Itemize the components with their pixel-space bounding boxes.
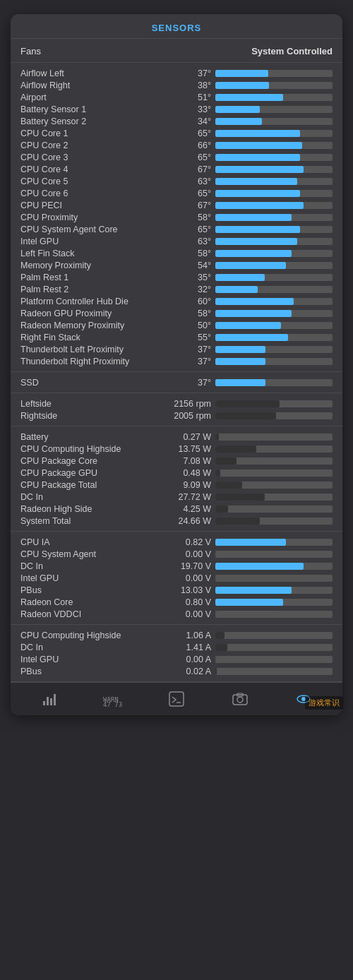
sensor-value: 4.25 W [162, 504, 211, 514]
sensor-bar-container [215, 668, 333, 675]
sensor-name: CPU Core 2 [20, 141, 162, 150]
sensor-bar-container [215, 379, 333, 386]
sensor-row: Airflow Right38° [20, 79, 333, 91]
sensor-bar-fill [215, 482, 242, 489]
sensor-value: 50° [162, 321, 211, 330]
current-section: CPU Computing Highside1.06 ADC In1.41 AI… [11, 625, 342, 682]
sensor-bar-fill [215, 632, 225, 639]
sensor-bar-fill [215, 190, 300, 197]
sensor-value: 37° [162, 68, 211, 78]
sensor-bar-container [215, 262, 333, 269]
sensor-row: SSD37° [20, 376, 333, 388]
sensor-value: 2005 rpm [162, 411, 211, 421]
sensor-bar-container [215, 458, 333, 465]
svg-text:47 73k: 47 73k [103, 701, 123, 707]
sensor-bar-container [215, 346, 333, 353]
sensor-bar-fill [215, 250, 292, 257]
sensor-bar-fill [215, 518, 260, 525]
sensor-name: CPU Package Total [20, 480, 162, 490]
svg-rect-6 [169, 692, 184, 706]
sensor-value: 1.41 A [162, 643, 211, 652]
sensor-bar-fill [215, 94, 283, 101]
sensor-name: SSD [20, 378, 162, 388]
sensor-row: CPU System Agent Core65° [20, 223, 333, 235]
sensor-bar-fill [215, 470, 220, 477]
sensor-value: 37° [162, 345, 211, 354]
sensor-value: 13.75 W [162, 444, 211, 454]
sensor-bar-fill [215, 506, 228, 513]
sensor-value: 0.00 V [162, 549, 211, 559]
sensor-row: CPU Package Total9.09 W [20, 479, 333, 491]
sensor-value: 54° [162, 261, 211, 270]
graph-icon[interactable] [34, 687, 65, 711]
sensor-name: CPU Core 3 [20, 153, 162, 162]
sensor-name: Thunderbolt Right Proximity [20, 357, 162, 366]
toolbar: WARN47 73k [11, 682, 342, 715]
svg-point-9 [237, 697, 243, 703]
sensor-name: Airflow Left [20, 68, 162, 78]
sensor-bar-fill [215, 434, 219, 441]
sensor-bar-container [215, 226, 333, 233]
sensor-row: DC In27.72 W [20, 491, 333, 503]
sensor-value: 65° [162, 189, 211, 198]
sensor-name: CPU PECI [20, 201, 162, 210]
sensor-row: CPU Package Core7.08 W [20, 455, 333, 467]
power-section: Battery0.27 WCPU Computing Highside13.75… [11, 426, 342, 532]
sensor-name: Palm Rest 2 [20, 285, 162, 294]
sensor-bar-container [215, 166, 333, 173]
sensor-name: CPU System Agent Core [20, 225, 162, 234]
sensor-bar-fill [215, 400, 280, 407]
sensor-row: Memory Proximity54° [20, 259, 333, 271]
sensor-bar-container [215, 286, 333, 293]
sensor-bar-fill [215, 214, 292, 221]
sensor-bar-container [215, 551, 333, 558]
sensor-bar-fill [215, 563, 304, 570]
sensor-name: Intel GPU [20, 237, 162, 246]
sensor-bar-container [215, 214, 333, 221]
sensor-bar-container [215, 400, 333, 407]
sensor-row: Intel GPU0.00 V [20, 572, 333, 584]
sensor-value: 55° [162, 333, 211, 342]
camera-icon[interactable] [225, 687, 256, 711]
sensor-bar-fill [215, 286, 258, 293]
svg-rect-0 [43, 701, 45, 705]
sensor-bar-fill [215, 668, 217, 675]
sensor-name: CPU Core 1 [20, 129, 162, 138]
sensor-value: 0.80 V [162, 597, 211, 607]
sensors-window: SENSORS Fans System Controlled Airflow L… [11, 14, 342, 715]
ssd-section: SSD37° [11, 372, 342, 393]
sensor-name: Radeon High Side [20, 504, 162, 514]
sensor-row: PBus13.03 V [20, 584, 333, 596]
sensor-name: Battery Sensor 2 [20, 116, 162, 126]
sensor-row: Airflow Left37° [20, 67, 333, 79]
sensor-value: 66° [162, 141, 211, 150]
sensor-bar-container [215, 298, 333, 305]
sensor-bar-container [215, 238, 333, 245]
sensor-row: Leftside2156 rpm [20, 398, 333, 410]
sensor-bar-container [215, 656, 333, 663]
sensor-name: Radeon VDDCI [20, 609, 162, 619]
warning-icon[interactable]: WARN47 73k [97, 687, 128, 711]
sensor-name: Rightside [20, 411, 162, 421]
fans-section: Fans System Controlled [11, 39, 342, 63]
terminal-icon[interactable] [161, 687, 192, 711]
sensor-row: Intel GPU63° [20, 235, 333, 247]
sensor-value: 58° [162, 309, 211, 318]
sensor-bar-fill [215, 70, 268, 77]
sensor-value: 0.02 A [162, 667, 211, 676]
sensor-name: System Total [20, 516, 162, 526]
sensor-bar-fill [215, 262, 286, 269]
sensor-name: Left Fin Stack [20, 249, 162, 258]
sensor-bar-fill [215, 118, 262, 125]
sensor-value: 63° [162, 177, 211, 186]
sensor-bar-container [215, 70, 333, 77]
sensor-value: 19.70 V [162, 561, 211, 571]
sensor-row: Radeon GPU Proximity58° [20, 307, 333, 319]
sensor-name: Leftside [20, 399, 162, 409]
sensor-bar-container [215, 310, 333, 317]
sensor-row: Battery Sensor 234° [20, 115, 333, 127]
sensor-value: 1.06 A [162, 631, 211, 640]
sensor-row: Intel GPU0.00 A [20, 653, 333, 665]
sensor-bar-fill [215, 166, 304, 173]
sensor-name: Airport [20, 92, 162, 102]
